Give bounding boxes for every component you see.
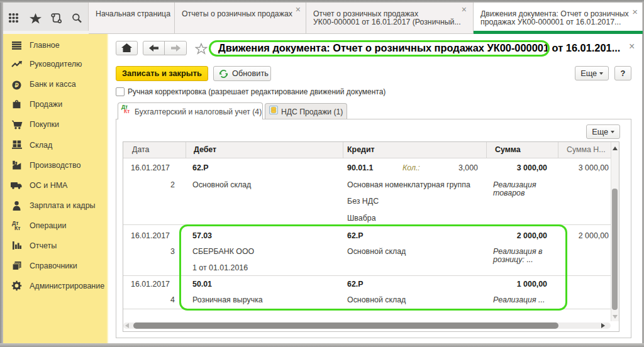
svg-text:₽: ₽	[14, 82, 18, 89]
